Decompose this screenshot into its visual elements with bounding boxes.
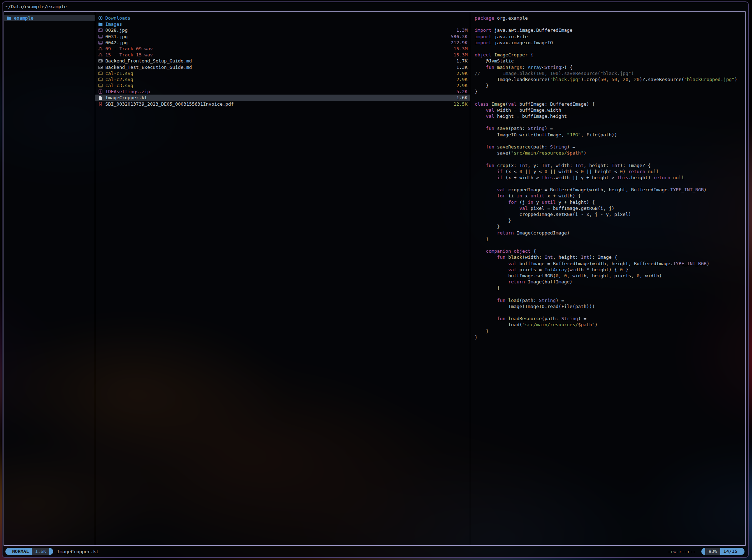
scroll-percent: 93%: [705, 548, 720, 555]
file-size: 2.9K: [453, 82, 468, 89]
file-permissions: -rw-r--r--: [668, 549, 696, 554]
file-size: 2.9K: [453, 76, 468, 82]
file-size: 15.3M: [450, 52, 468, 58]
file-list-pane[interactable]: Downloads Images 0028.jpg 1.3M 0031.jpg …: [95, 12, 470, 545]
markdown-icon: [98, 59, 103, 63]
audio-icon: [98, 46, 103, 51]
file-row[interactable]: cal-c2.svg 2.9K: [95, 76, 470, 82]
file-name: SBI_0032013739_2023_DE05_0003155631Invoi…: [105, 101, 234, 107]
status-bar: NORMAL 1.6K ImageCropper.kt -rw-r--r-- 9…: [5, 548, 745, 555]
file-row[interactable]: cal-c3.svg 2.9K: [95, 82, 470, 89]
file-size: 12.5K: [450, 101, 468, 107]
file-row[interactable]: Backend_Test_Execution_Guide.md 1.3K: [95, 64, 470, 70]
download-folder-icon: [98, 16, 103, 20]
image-icon: [98, 34, 103, 39]
file-name: Downloads: [105, 15, 130, 21]
file-name: ImageCropper.kt: [105, 95, 147, 101]
file-name: cal-c1.svg: [105, 70, 133, 76]
breadcrumb-path: ~/Data/example/example: [5, 3, 67, 11]
image-icon: [98, 28, 103, 32]
file-name: 15 - Track 15.wav: [105, 52, 153, 58]
file-size: 1.6K: [453, 95, 468, 101]
file-name: Backend_Frontend_Setup_Guide.md: [105, 58, 192, 64]
file-size: 5.2K: [453, 89, 468, 95]
file-size: 212.9K: [447, 40, 468, 46]
file-name: Images: [105, 21, 122, 27]
file-row[interactable]: Images: [95, 21, 470, 27]
image-icon: [98, 40, 103, 45]
markdown-icon: [98, 65, 103, 70]
file-row[interactable]: IDEAsettings.zip 5.2K: [95, 89, 470, 95]
folder-icon: [7, 16, 11, 20]
file-name: 0031.jpg: [105, 34, 128, 40]
parent-pane[interactable]: example: [4, 12, 95, 545]
pdf-icon: [98, 102, 103, 106]
file-name: cal-c3.svg: [105, 82, 133, 89]
hovered-file-name: ImageCropper.kt: [57, 549, 99, 554]
pill-left-cap: [5, 548, 9, 555]
file-name: Backend_Test_Execution_Guide.md: [105, 64, 192, 70]
status-right: -rw-r--r-- 93% 14/15: [668, 548, 745, 555]
file-name: IDEAsettings.zip: [105, 89, 150, 95]
file-size: 1.7K: [453, 58, 468, 64]
file-name: cal-c2.svg: [105, 76, 133, 82]
file-row-hovered[interactable]: ImageCropper.kt 1.6K: [95, 95, 470, 101]
file-row[interactable]: Backend_Frontend_Setup_Guide.md 1.7K: [95, 58, 470, 64]
parent-item-example[interactable]: example: [4, 15, 95, 21]
file-manager: example Downloads Images 0028.jpg 1.3M: [4, 11, 746, 546]
archive-icon: [98, 89, 103, 94]
code-preview: package org.example import java.awt.imag…: [475, 15, 742, 340]
file-icon: [98, 96, 103, 100]
pill-left-cap: [701, 548, 705, 555]
file-size: 1.3M: [453, 27, 468, 33]
file-row[interactable]: 15 - Track 15.wav 15.3M: [95, 52, 470, 58]
pill-right-cap: [49, 548, 53, 555]
file-name: 0028.jpg: [105, 27, 128, 33]
folder-icon: [98, 22, 103, 26]
file-size: 15.3M: [450, 46, 468, 52]
mode-indicator: NORMAL: [9, 548, 32, 555]
file-row[interactable]: 0031.jpg 586.3K: [95, 34, 470, 40]
file-size: 586.3K: [447, 34, 468, 40]
parent-item-label: example: [14, 15, 34, 21]
file-size: 1.3K: [453, 64, 468, 70]
file-size: 2.9K: [453, 70, 468, 76]
cursor-position: 14/15: [720, 548, 741, 555]
image-icon: [98, 71, 103, 76]
file-row[interactable]: cal-c1.svg 2.9K: [95, 70, 470, 76]
terminal-window: ~/Data/example/example example Downloads…: [2, 1, 749, 558]
file-row[interactable]: 0042.jpg 212.9K: [95, 40, 470, 46]
file-row[interactable]: 0028.jpg 1.3M: [95, 27, 470, 33]
file-row[interactable]: Downloads: [95, 15, 470, 21]
image-icon: [98, 77, 103, 82]
code-preview-pane[interactable]: package org.example import java.awt.imag…: [470, 12, 745, 545]
hovered-file-size: 1.6K: [32, 548, 49, 555]
audio-icon: [98, 52, 103, 57]
file-name: 0042.jpg: [105, 40, 128, 46]
file-row[interactable]: 09 - Track 09.wav 15.3M: [95, 46, 470, 52]
file-name: 09 - Track 09.wav: [105, 46, 153, 52]
file-row[interactable]: SBI_0032013739_2023_DE05_0003155631Invoi…: [95, 101, 470, 107]
pill-right-cap: [741, 548, 745, 555]
image-icon: [98, 83, 103, 88]
